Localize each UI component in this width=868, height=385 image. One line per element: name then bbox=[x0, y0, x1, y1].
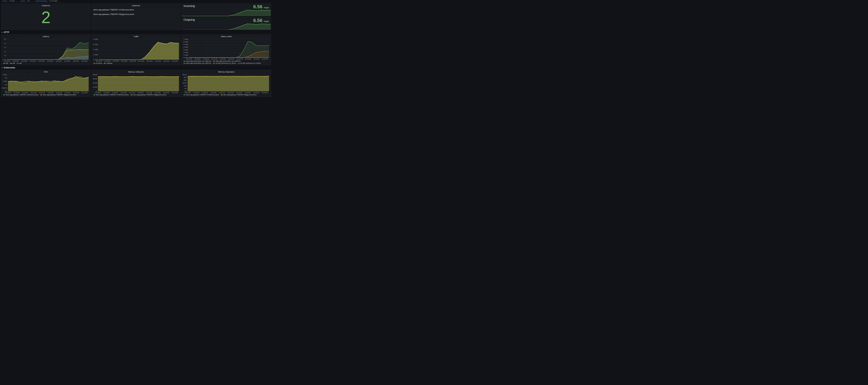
legend-color-marker bbox=[104, 63, 105, 64]
variable-dropdown[interactable]: demo-app▾ bbox=[48, 1, 60, 2]
svg-text:12:23:30: 12:23:30 bbox=[73, 60, 79, 62]
legend-item[interactable]: srv-000_kuma-test_svc_80:5xx bbox=[238, 62, 261, 64]
panel-title[interactable]: Traffic bbox=[92, 35, 181, 38]
svg-text:10%: 10% bbox=[184, 85, 187, 87]
legend-label: demo-app_kuma-demo_svc_5000:4xx bbox=[186, 62, 211, 64]
panel-title[interactable]: CPU bbox=[1, 70, 90, 73]
memory-saturation-legend: demo-app-gateway-7768d7ffc7-47rdd.kuma-d… bbox=[182, 94, 271, 97]
svg-text:12:19:30: 12:19:30 bbox=[185, 92, 191, 94]
variable-value: All bbox=[28, 1, 30, 2]
svg-text:4 s: 4 s bbox=[4, 42, 6, 44]
section-title: Kubernetes bbox=[4, 66, 15, 69]
chevron-down-icon: ▾ bbox=[16, 1, 16, 1]
variable-label: Zone bbox=[20, 1, 26, 2]
svg-text:12:22:30: 12:22:30 bbox=[237, 58, 243, 60]
legend-item[interactable]: Outgoing bbox=[104, 62, 112, 64]
panel-title[interactable]: Instances bbox=[1, 4, 90, 7]
svg-text:12:24:00: 12:24:00 bbox=[262, 58, 268, 60]
svg-text:15.0%: 15.0% bbox=[182, 82, 187, 84]
legend-color-marker bbox=[130, 95, 132, 95]
legend-item[interactable]: demo-app-gateway-7768d7ffc7-47rdd.kuma-d… bbox=[184, 94, 219, 96]
panel-memory-saturation: Memory Saturation 0%5%10%15.0%20%25%30.0… bbox=[182, 70, 271, 97]
panel-title[interactable]: Incoming bbox=[184, 4, 195, 8]
topbar: Meshdefault▾ZoneAll▾MeshGatewaydemo-app▾ bbox=[1, 1, 271, 3]
panel-traffic: Traffic 0 req/s2 req/s4 req/s6 req/s8 re… bbox=[92, 34, 181, 65]
traffic-chart[interactable]: 0 req/s2 req/s4 req/s6 req/s8 req/s12:19… bbox=[92, 38, 180, 62]
incoming-sparkline[interactable] bbox=[182, 9, 271, 16]
svg-text:3 s: 3 s bbox=[4, 46, 6, 48]
panel-title[interactable]: Latency bbox=[1, 35, 90, 38]
legend-color-marker bbox=[184, 61, 185, 61]
svg-text:12:22:30: 12:22:30 bbox=[146, 92, 152, 94]
svg-text:12:19:30: 12:19:30 bbox=[5, 92, 11, 94]
legend-label: demo-app_kuma-demo_svc_5000:3xx bbox=[216, 60, 241, 62]
chart-canvas: 0 req/s2 req/s4 req/s6 req/s8 req/s12:19… bbox=[92, 38, 180, 62]
latency-chart[interactable]: 0 ms1 s2 s3 s4 s5 s12:19:3012:20:0012:20… bbox=[2, 38, 90, 62]
svg-text:12:21:00: 12:21:00 bbox=[121, 92, 127, 94]
legend-item[interactable]: demo-app_kuma-demo_svc_5000:4xx bbox=[184, 62, 211, 64]
legend-color-marker bbox=[221, 95, 223, 95]
legend-label: demo-app-gateway-7768d7ffc7-47rdd.kuma-d… bbox=[96, 94, 129, 96]
svg-text:12:21:30: 12:21:30 bbox=[39, 92, 45, 94]
panel-instances-list: Instances demo-app-gateway-7768d7ffc7-47… bbox=[92, 3, 181, 30]
svg-text:12:21:00: 12:21:00 bbox=[211, 58, 217, 60]
legend-item[interactable]: srv-000_kuma-test_svc_80:2xx bbox=[213, 62, 236, 64]
legend-item[interactable]: demo-app-gateway-7768d7ffc7-8qhgg.kuma-d… bbox=[130, 94, 166, 96]
svg-text:4 req/s: 4 req/s bbox=[184, 46, 188, 48]
topbar-filters: Meshdefault▾ZoneAll▾MeshGatewaydemo-app▾ bbox=[1, 1, 271, 3]
rate-panels-stack: Incoming 6.56 req/s Outgoing 6.56 req/s bbox=[182, 3, 271, 30]
svg-text:2 req/s: 2 req/s bbox=[184, 52, 188, 53]
panel-latency: Latency 0 ms1 s2 s3 s4 s5 s12:19:3012:20… bbox=[1, 34, 91, 65]
svg-text:12:21:30: 12:21:30 bbox=[129, 92, 135, 94]
chart-canvas: 020 Mil40 Mil60 Mil80 Mil12:19:3012:20:0… bbox=[92, 73, 180, 94]
legend-item[interactable]: demo-app_kuma-demo_svc_5000:3xx bbox=[213, 60, 241, 62]
legend-item[interactable]: p95 bbox=[10, 62, 15, 64]
svg-text:12:20:00: 12:20:00 bbox=[194, 58, 200, 60]
status-codes-legend: demo-app_kuma-demo_svc_5000:2xxdemo-app_… bbox=[182, 60, 271, 65]
panel-title[interactable]: Memory Saturation bbox=[182, 70, 271, 73]
variable-dropdown[interactable]: default▾ bbox=[8, 1, 18, 2]
svg-text:12:21:30: 12:21:30 bbox=[219, 92, 225, 94]
incoming-rate-unit: req/s bbox=[264, 6, 269, 9]
legend-item[interactable]: demo-app-gateway-7768d7ffc7-8qhgg.kuma-d… bbox=[40, 94, 76, 96]
legend-item[interactable]: demo-app-gateway-7768d7ffc7-47rdd.kuma-d… bbox=[93, 94, 129, 96]
row-header-http[interactable]: ❯ HTTP bbox=[1, 31, 271, 33]
panel-memory-utilization: Memory Utilization 020 Mil40 Mil60 Mil80… bbox=[92, 70, 181, 97]
svg-text:12:19:30: 12:19:30 bbox=[186, 58, 192, 60]
svg-text:8 req/s: 8 req/s bbox=[93, 38, 98, 40]
legend-item[interactable]: demo-app_kuma-demo_svc_5000:2xx bbox=[184, 60, 211, 62]
incoming-rate-value: 6.56 req/s bbox=[253, 4, 269, 9]
legend-item[interactable]: Incoming bbox=[93, 62, 102, 64]
legend-item[interactable]: demo-app-gateway-7768d7ffc7-8qhgg.kuma-d… bbox=[221, 94, 256, 96]
legend-item[interactable]: demo-app-gateway-7768d7ffc7-47rdd.kuma-d… bbox=[3, 94, 38, 96]
legend-item[interactable]: p99 bbox=[3, 62, 8, 64]
outgoing-sparkline[interactable] bbox=[182, 23, 271, 30]
svg-text:12:19:30: 12:19:30 bbox=[96, 60, 102, 62]
svg-text:0.500%: 0.500% bbox=[2, 87, 7, 89]
variable-label: MeshGateway bbox=[34, 1, 48, 2]
svg-text:12:20:30: 12:20:30 bbox=[202, 92, 208, 94]
svg-text:12:22:00: 12:22:00 bbox=[228, 58, 234, 60]
instance-item[interactable]: demo-app-gateway-7768d7ffc7-47rdd.kuma-d… bbox=[92, 8, 181, 12]
chevron-down-icon: ❯ bbox=[1, 67, 3, 68]
cpu-chart[interactable]: 0%0.500%1%1.50%2%2.50%12:19:3012:20:0012… bbox=[2, 73, 90, 94]
row-header-kubernetes[interactable]: ❯ Kubernetes bbox=[1, 66, 271, 69]
legend-item[interactable]: p50 bbox=[17, 62, 22, 64]
memory-saturation-chart[interactable]: 0%5%10%15.0%20%25%30.0%12:19:3012:20:001… bbox=[182, 73, 270, 94]
legend-color-marker bbox=[3, 63, 5, 64]
panel-title[interactable]: Memory Utilization bbox=[92, 70, 181, 73]
variable-dropdown[interactable]: All▾ bbox=[26, 1, 32, 2]
panel-title[interactable]: Outgoing bbox=[184, 18, 195, 21]
svg-text:12:20:30: 12:20:30 bbox=[22, 92, 28, 94]
panel-cpu: CPU 0%0.500%1%1.50%2%2.50%12:19:3012:20:… bbox=[1, 70, 91, 97]
instance-item[interactable]: demo-app-gateway-7768d7ffc7-8qhgg.kuma-d… bbox=[92, 12, 181, 17]
svg-text:6 req/s: 6 req/s bbox=[93, 43, 98, 45]
panel-title[interactable]: Status codes bbox=[182, 35, 271, 38]
svg-text:6 req/s: 6 req/s bbox=[184, 41, 188, 43]
status-codes-chart[interactable]: 0 req/s1 req/s2 req/s3 req/s4 req/s5 req… bbox=[182, 38, 270, 60]
svg-text:12:20:30: 12:20:30 bbox=[21, 60, 27, 62]
svg-text:12:22:30: 12:22:30 bbox=[236, 92, 242, 94]
memory-utilization-chart[interactable]: 020 Mil40 Mil60 Mil80 Mil12:19:3012:20:0… bbox=[92, 73, 180, 94]
panel-title[interactable]: Instances bbox=[92, 4, 181, 7]
svg-text:12:22:30: 12:22:30 bbox=[146, 60, 152, 62]
